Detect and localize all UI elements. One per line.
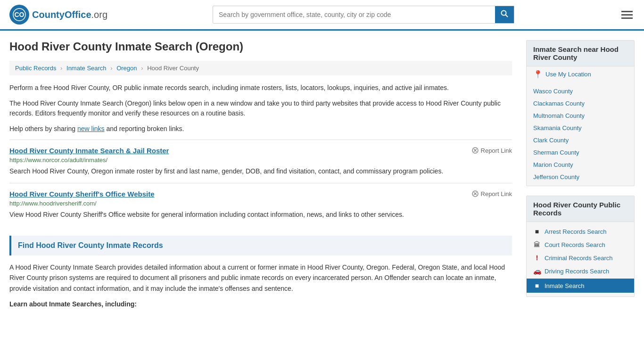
location-dot-icon: 📍 [533, 70, 543, 79]
nearby-county-link-0[interactable]: Wasco County [533, 88, 573, 95]
nearby-county-link-6[interactable]: Marion County [533, 161, 573, 168]
nearby-inmate-box: Inmate Search near Hood River County 📍 U… [526, 40, 635, 186]
svg-point-2 [502, 11, 506, 16]
search-button[interactable] [495, 6, 514, 23]
breadcrumb-oregon[interactable]: Oregon [116, 65, 137, 72]
search-bar [213, 6, 514, 24]
link-url-1: https://www.norcor.co/adult/inmates/ [9, 156, 512, 164]
breadcrumb: Public Records › Inmate Search › Oregon … [9, 61, 512, 75]
record-item-criminal[interactable]: ! Criminal Records Search [527, 251, 634, 264]
driving-records-link[interactable]: Driving Records Search [545, 268, 609, 275]
record-item-driving[interactable]: 🚗 Driving Records Search [527, 264, 634, 278]
list-item[interactable]: Multnomah County [527, 109, 634, 122]
list-item[interactable]: Wasco County [527, 85, 634, 97]
header: CO CountyOffice.org [0, 0, 644, 31]
description-2: The Hood River County Inmate Search (Ore… [9, 99, 512, 118]
content-area: Hood River County Inmate Search (Oregon)… [9, 40, 526, 308]
record-item-court[interactable]: 🏛 Court Records Search [527, 238, 634, 251]
logo-text: CountyOffice.org [32, 9, 107, 20]
nearby-counties-list: Wasco County Clackamas County Multnomah … [527, 82, 634, 186]
list-item[interactable]: Clark County [527, 134, 634, 146]
page-title: Hood River County Inmate Search (Oregon) [9, 40, 512, 53]
nearby-county-link-3[interactable]: Skamania County [533, 124, 582, 132]
svg-text:CO: CO [15, 11, 25, 18]
report-icon-2 [471, 190, 479, 197]
new-links-link[interactable]: new links [77, 125, 105, 132]
link-desc-1: Search Hood River County, Oregon inmate … [9, 166, 512, 176]
logo: CO CountyOffice.org [9, 5, 107, 25]
use-location-link[interactable]: Use My Location [545, 71, 591, 78]
arrest-records-link[interactable]: Arrest Records Search [545, 228, 607, 235]
list-item[interactable]: Skamania County [527, 122, 634, 134]
report-icon-1 [471, 147, 479, 154]
driving-icon: 🚗 [533, 267, 541, 275]
link-item-2: Hood River County Sheriff's Office Websi… [9, 183, 512, 226]
arrest-icon: ■ [533, 228, 541, 235]
list-item[interactable]: Marion County [527, 158, 634, 171]
court-records-link[interactable]: Court Records Search [545, 241, 605, 248]
link-desc-2: View Hood River County Sheriff's Office … [9, 210, 512, 220]
nearby-county-link-7[interactable]: Jefferson County [533, 173, 579, 181]
find-records-section: Find Hood River County Inmate Records [9, 236, 512, 255]
public-records-list: ■ Arrest Records Search 🏛 Court Records … [527, 222, 634, 296]
report-link-1[interactable]: Report Link [471, 147, 512, 154]
breadcrumb-current: Hood River County [147, 65, 199, 72]
report-link-2[interactable]: Report Link [471, 190, 512, 197]
description-1: Perform a free Hood River County, OR pub… [9, 83, 512, 93]
menu-button[interactable] [619, 9, 635, 21]
learn-title: Learn about Inmate Searches, including: [9, 300, 512, 308]
use-location-item[interactable]: 📍 Use My Location [527, 66, 634, 82]
list-item[interactable]: Sherman County [527, 146, 634, 158]
description-3: Help others by sharing new links and rep… [9, 124, 512, 134]
nearby-inmate-header: Inmate Search near Hood River County [527, 41, 634, 66]
criminal-records-link[interactable]: Criminal Records Search [545, 255, 613, 262]
sidebar: Inmate Search near Hood River County 📍 U… [526, 40, 635, 308]
nearby-county-link-4[interactable]: Clark County [533, 137, 569, 144]
main-container: Hood River County Inmate Search (Oregon)… [0, 31, 644, 308]
court-icon: 🏛 [533, 241, 541, 248]
nearby-county-link-1[interactable]: Clackamas County [533, 100, 585, 107]
svg-line-3 [506, 15, 508, 17]
inmate-search-link[interactable]: Inmate Search [545, 282, 585, 289]
link-title-2[interactable]: Hood River County Sheriff's Office Websi… [9, 190, 155, 198]
search-input[interactable] [213, 7, 495, 22]
breadcrumb-inmate-search[interactable]: Inmate Search [66, 65, 107, 72]
list-item[interactable]: Jefferson County [527, 171, 634, 183]
find-records-title: Find Hood River County Inmate Records [18, 241, 505, 250]
public-records-box: Hood River County Public Records ■ Arres… [526, 196, 635, 297]
breadcrumb-public-records[interactable]: Public Records [15, 65, 56, 72]
inmate-icon: ■ [533, 282, 541, 289]
nearby-county-link-5[interactable]: Sherman County [533, 149, 579, 156]
list-item[interactable]: Clackamas County [527, 97, 634, 109]
link-title-1[interactable]: Hood River County Inmate Search & Jail R… [9, 147, 169, 155]
link-url-2: http://www.hoodriversheriff.com/ [9, 200, 512, 207]
link-item-1: Hood River County Inmate Search & Jail R… [9, 140, 512, 183]
logo-icon: CO [9, 5, 29, 25]
criminal-icon: ! [533, 254, 541, 262]
record-item-arrest[interactable]: ■ Arrest Records Search [527, 225, 634, 238]
record-item-inmate[interactable]: ■ Inmate Search [527, 279, 634, 293]
nearby-county-link-2[interactable]: Multnomah County [533, 112, 585, 119]
public-records-header: Hood River County Public Records [527, 196, 634, 222]
find-records-body: A Hood River County Inmate Search provid… [9, 262, 512, 294]
